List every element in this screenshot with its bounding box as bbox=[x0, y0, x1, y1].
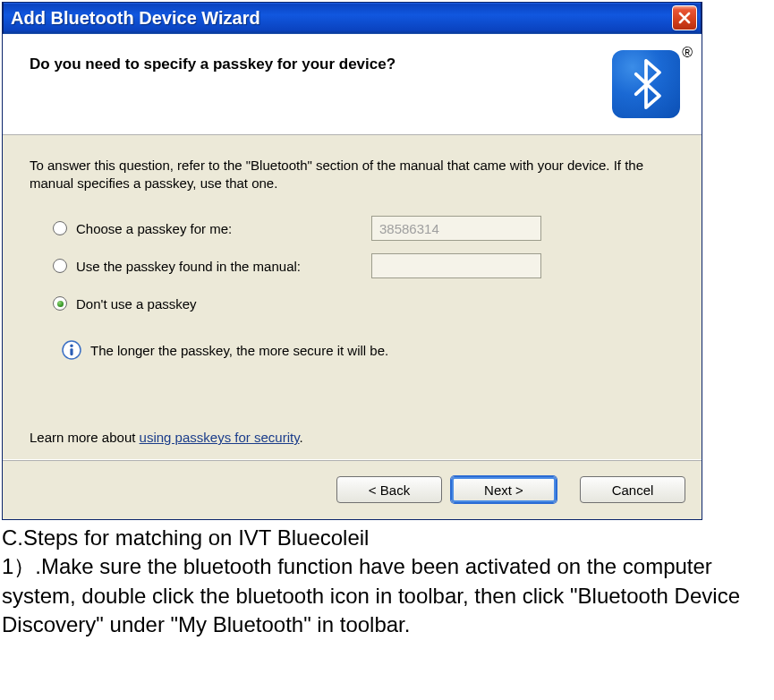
document-text: C.Steps for matching on IVT Bluecoleil 1… bbox=[0, 520, 773, 645]
bluetooth-icon bbox=[626, 59, 666, 109]
titlebar[interactable]: Add Bluetooth Device Wizard bbox=[3, 2, 702, 34]
option-manual-passkey[interactable]: Use the passkey found in the manual: bbox=[53, 252, 675, 279]
radio-icon bbox=[53, 259, 67, 273]
close-icon bbox=[677, 11, 692, 25]
wizard-footer: < Back Next > Cancel bbox=[3, 459, 702, 519]
registered-mark: ® bbox=[682, 45, 693, 61]
wizard-window: Add Bluetooth Device Wizard Do you need … bbox=[2, 2, 702, 520]
svg-rect-2 bbox=[70, 348, 72, 355]
passkey-options: Choose a passkey for me: Use the passkey… bbox=[53, 215, 675, 360]
info-row: The longer the passkey, the more secure … bbox=[62, 340, 675, 360]
info-icon bbox=[62, 340, 81, 360]
doc-step-1: 1）.Make sure the bluetooth function have… bbox=[2, 552, 771, 639]
intro-text: To answer this question, refer to the "B… bbox=[30, 157, 675, 192]
option-label: Don't use a passkey bbox=[76, 296, 371, 312]
option-label: Choose a passkey for me: bbox=[76, 221, 371, 236]
learn-prefix: Learn more about bbox=[30, 430, 140, 445]
back-button[interactable]: < Back bbox=[336, 476, 442, 503]
wizard-header: Do you need to specify a passkey for you… bbox=[3, 34, 702, 135]
cancel-button[interactable]: Cancel bbox=[580, 476, 685, 503]
doc-heading: C.Steps for matching on IVT Bluecoleil bbox=[2, 524, 771, 552]
next-button[interactable]: Next > bbox=[451, 476, 557, 503]
learn-more-link[interactable]: using passkeys for security bbox=[140, 430, 300, 445]
generated-passkey-input bbox=[371, 216, 541, 241]
option-label: Use the passkey found in the manual: bbox=[76, 259, 371, 274]
radio-icon bbox=[53, 296, 67, 311]
wizard-question: Do you need to specify a passkey for you… bbox=[30, 50, 612, 73]
close-button[interactable] bbox=[672, 5, 697, 30]
radio-icon bbox=[53, 221, 67, 235]
option-no-passkey[interactable]: Don't use a passkey bbox=[53, 290, 675, 317]
bluetooth-logo: ® bbox=[612, 50, 680, 118]
option-choose-passkey[interactable]: Choose a passkey for me: bbox=[53, 215, 675, 242]
info-text: The longer the passkey, the more secure … bbox=[90, 343, 388, 358]
wizard-body: To answer this question, refer to the "B… bbox=[3, 135, 702, 459]
manual-passkey-input[interactable] bbox=[371, 253, 541, 278]
learn-more: Learn more about using passkeys for secu… bbox=[30, 430, 675, 445]
window-title: Add Bluetooth Device Wizard bbox=[11, 8, 672, 29]
svg-point-1 bbox=[70, 345, 72, 347]
learn-suffix: . bbox=[300, 430, 303, 445]
